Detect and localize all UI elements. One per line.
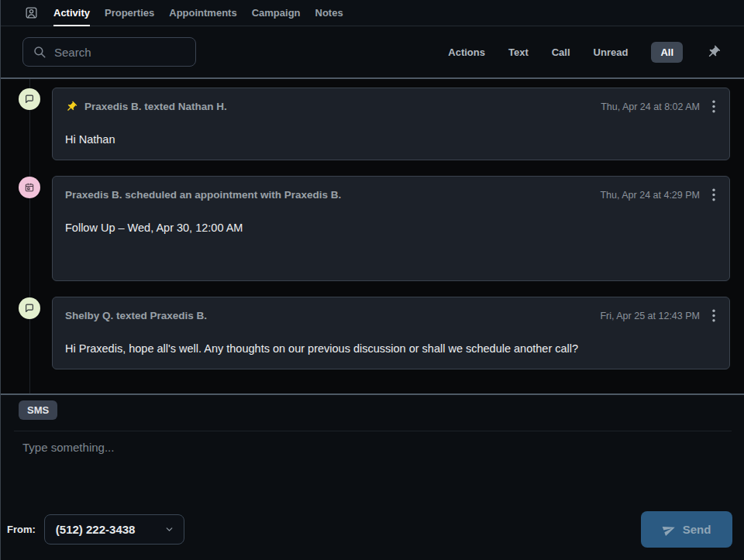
feed-item-appointment: Praxedis B. scheduled an appointment wit… [1, 176, 730, 281]
tab-properties[interactable]: Properties [105, 0, 154, 26]
card-title-text: Shelby Q. texted Praxedis B. [65, 310, 207, 321]
contact-card-icon [25, 6, 38, 19]
tab-appointments[interactable]: Appointments [169, 0, 236, 26]
filter-call[interactable]: Call [552, 46, 570, 58]
filter-group: Actions Text Call Unread All [448, 42, 744, 63]
composer-divider [14, 431, 732, 431]
filter-actions[interactable]: Actions [448, 46, 485, 58]
speech-bubble-icon [24, 94, 35, 105]
pinned-pushpin-icon [65, 101, 78, 113]
send-label: Send [683, 523, 711, 536]
search-icon [33, 45, 46, 59]
tab-bar: Activity Properties Appointments Campaig… [1, 0, 744, 26]
card-timestamp: Fri, Apr 25 at 12:43 PM [600, 311, 700, 321]
speech-bubble-icon [24, 303, 35, 314]
card-title: Shelby Q. texted Praxedis B. [65, 310, 207, 321]
card-body: Follow Up – Wed, Apr 30, 12:00 AM [65, 222, 717, 234]
card-body: Hi Nathan [65, 133, 717, 146]
pin-filter-button[interactable] [706, 45, 721, 60]
activity-card: Praxedis B. scheduled an appointment wit… [52, 176, 730, 281]
from-number-value: (512) 222-3438 [56, 523, 136, 536]
message-input[interactable] [22, 441, 722, 496]
card-title: Praxedis B. scheduled an appointment wit… [65, 189, 341, 201]
card-body: Hi Praxedis, hope all's well. Any though… [65, 342, 717, 355]
from-number-select[interactable]: (512) 222-3438 [44, 514, 184, 545]
search-field [22, 37, 196, 67]
send-button[interactable]: Send [641, 511, 732, 548]
search-input[interactable] [54, 46, 186, 59]
card-menu-button[interactable] [711, 100, 717, 113]
channel-tab-sms[interactable]: SMS [19, 400, 57, 420]
pushpin-icon [706, 45, 721, 60]
feed-item-text-1: Praxedis B. texted Nathan H. Thu, Apr 24… [1, 88, 730, 160]
composer-footer: From: (512) 222-3438 Send [1, 511, 744, 560]
tab-notes[interactable]: Notes [315, 0, 343, 26]
chat-avatar [19, 88, 40, 110]
card-title-text: Praxedis B. scheduled an appointment wit… [65, 189, 341, 201]
feed-item-text-2: Shelby Q. texted Praxedis B. Fri, Apr 25… [1, 297, 730, 369]
card-header: Praxedis B. texted Nathan H. Thu, Apr 24… [65, 100, 717, 113]
tab-campaign[interactable]: Campaign [252, 0, 301, 26]
card-menu-button[interactable] [711, 309, 717, 322]
activity-card: Praxedis B. texted Nathan H. Thu, Apr 24… [52, 88, 730, 160]
activity-card: Shelby Q. texted Praxedis B. Fri, Apr 25… [52, 297, 730, 369]
card-header: Praxedis B. scheduled an appointment wit… [65, 188, 717, 201]
activity-panel: Activity Properties Appointments Campaig… [0, 0, 744, 560]
filter-text[interactable]: Text [508, 46, 529, 58]
appointment-avatar [19, 177, 40, 198]
filter-all[interactable]: All [651, 42, 683, 63]
chat-avatar [19, 297, 40, 319]
paper-plane-icon [663, 523, 676, 536]
card-title: Praxedis B. texted Nathan H. [65, 101, 227, 113]
from-label: From: [7, 524, 36, 535]
message-composer: SMS From: (512) 222-3438 Send [1, 395, 744, 560]
tab-activity[interactable]: Activity [53, 0, 90, 26]
chevron-down-icon [164, 524, 174, 534]
card-menu-button[interactable] [711, 188, 717, 201]
card-header: Shelby Q. texted Praxedis B. Fri, Apr 25… [65, 309, 717, 322]
card-title-text: Praxedis B. texted Nathan H. [84, 101, 227, 112]
activity-feed: Praxedis B. texted Nathan H. Thu, Apr 24… [1, 79, 744, 393]
filter-unread[interactable]: Unread [594, 46, 629, 58]
card-timestamp: Thu, Apr 24 at 4:29 PM [600, 190, 700, 201]
card-timestamp: Thu, Apr 24 at 8:02 AM [601, 101, 700, 112]
calendar-icon [24, 182, 35, 193]
search-filter-row: Actions Text Call Unread All [1, 26, 744, 77]
